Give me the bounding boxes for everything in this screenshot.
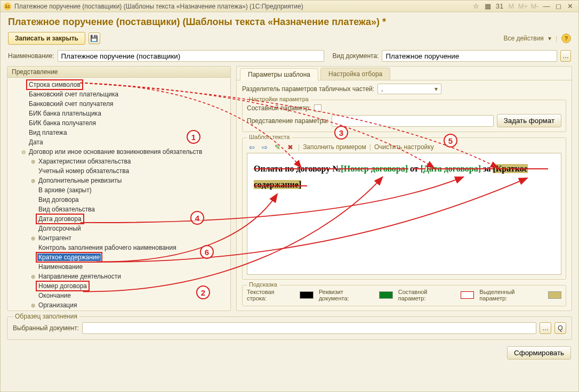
param-settings-legend: Настройки параметра (247, 96, 311, 102)
split-label: Разделитель параметров табличных частей: (242, 85, 374, 93)
tree-row[interactable]: БИК банка получателя (9, 118, 229, 128)
tree-item-label: Строка символов (28, 81, 82, 88)
tree-row[interactable]: Долгосрочный (9, 224, 229, 233)
format-button[interactable]: Задать формат (497, 114, 561, 127)
annotation-badge-4: 4 (190, 211, 204, 225)
form-button[interactable]: Сформировать (507, 346, 571, 360)
titlebar-star-icon[interactable]: ☆ (471, 2, 481, 11)
template-legend: Шаблон текста (247, 134, 292, 140)
swatch-tan (548, 291, 561, 299)
repr-input[interactable] (332, 115, 494, 127)
titlebar-mminus-icon[interactable]: M- (529, 2, 540, 11)
tree-item-label: Организация (37, 301, 78, 309)
tree-item-label: Контрагент (37, 234, 73, 242)
clear-settings-link[interactable]: Очистить настройку (374, 143, 434, 151)
hint-compound-label: Составной параметр: (398, 289, 455, 301)
titlebar: 1c Платежное поручение (поставщики) (Шаб… (1, 1, 578, 12)
annotation-badge-5: 5 (444, 134, 457, 148)
name-input[interactable] (58, 50, 324, 62)
expand-icon[interactable]: ⊕ (30, 159, 36, 165)
tree-row[interactable]: ⊕Характеристики обязательства (9, 157, 229, 166)
app-window: 1c Платежное поручение (поставщики) (Шаб… (0, 0, 579, 392)
annotation-badge-6: 6 (200, 245, 214, 259)
compound-checkbox[interactable] (314, 104, 321, 112)
name-row: Наименование: Вид документа: … (1, 49, 578, 66)
repr-label: Представление параметра: (247, 117, 328, 125)
tree-row[interactable]: ⊕Направление деятельности (9, 272, 229, 281)
compound-label: Составной параметр: (247, 104, 311, 112)
tree-item-label: Окончание (37, 292, 72, 299)
doc-type-input[interactable] (382, 50, 557, 62)
tree-item-label: Учетный номер обязательства (37, 167, 130, 175)
swatch-green (379, 291, 392, 299)
tree-row[interactable]: Краткое содержание (9, 252, 229, 262)
expand-icon[interactable]: ⊕ (30, 235, 36, 241)
main-split: Представление Строка символовБанковский … (1, 66, 578, 311)
close-icon[interactable]: ✕ (565, 2, 575, 11)
expand-icon[interactable]: ⊕ (30, 274, 36, 280)
expand-icon[interactable]: ⊕ (30, 303, 36, 308)
pencil-icon[interactable]: ✎ (272, 142, 282, 152)
tree-row[interactable]: ⊕Дополнительные реквизиты (9, 176, 229, 185)
chevron-down-icon[interactable]: ▾ (548, 35, 551, 42)
tree-item-label: Вид обязательства (37, 206, 96, 213)
tree-row[interactable]: Контроль заполнения рабочего наименовани… (9, 243, 229, 252)
tree-row[interactable]: БИК банка плательщика (9, 109, 229, 118)
sel-doc-search-button[interactable]: Q (554, 322, 566, 334)
tree-panel-title: Представление (7, 67, 230, 78)
doc-type-label: Вид документа: (333, 52, 379, 60)
param-settings-fieldset: Настройки параметра Составной параметр: … (242, 100, 566, 132)
tree-row[interactable]: ⊕Контрагент (9, 233, 229, 243)
tree-row[interactable]: Банковский счет плательщика (9, 89, 229, 99)
floppy-icon: 💾 (90, 35, 98, 42)
tree-item-label: Характеристики обязательства (37, 158, 132, 165)
expand-icon[interactable]: ⊖ (20, 149, 27, 155)
minimize-icon[interactable]: — (541, 2, 552, 11)
tree-row[interactable]: В архиве (закрыт) (9, 185, 229, 195)
tree-row[interactable]: Учетный номер обязательства (9, 166, 229, 176)
tmpl-param-summary-2[interactable]: содержание] (254, 180, 301, 189)
header: Платежное поручение (поставщики) (Шаблон… (1, 12, 578, 30)
tree-row[interactable]: Наименование (9, 262, 229, 272)
titlebar-m-icon[interactable]: M (506, 2, 517, 11)
template-fieldset: Шаблон текста ⇦ ⇨ ✎ ✖ | Заполнить пример… (242, 137, 566, 280)
tree-panel: Представление Строка символовБанковский … (7, 66, 231, 311)
delete-icon[interactable]: ✖ (285, 142, 295, 152)
hint-selected-label: Выделенный параметр: (479, 289, 542, 301)
tree-row[interactable]: Вид договора (9, 195, 229, 205)
arrow-right-icon[interactable]: ⇨ (260, 142, 269, 152)
arrow-left-icon[interactable]: ⇦ (247, 142, 256, 152)
template-panel: Параметры шаблона Настройка отбора Разде… (236, 66, 572, 311)
tree-item-label: Наименование (37, 263, 84, 271)
save-button[interactable]: 💾 (89, 32, 100, 44)
write-and-close-button[interactable]: Записать и закрыть (8, 32, 85, 45)
sel-doc-more-button[interactable]: … (540, 322, 551, 334)
hint-legend: Подсказка (247, 281, 279, 288)
help-icon[interactable]: ? (561, 34, 571, 43)
template-text-area[interactable]: Оплата по договору №[Номер договора] от … (247, 153, 561, 275)
titlebar-calendar-icon[interactable]: 31 (494, 2, 505, 11)
hint-text-label: Текстовая строка: (247, 289, 294, 301)
annotation-badge-3: 3 (334, 126, 348, 140)
tree-row[interactable]: Банковский счет получателя (9, 99, 229, 109)
tree-row[interactable]: ⊖Договор или иное основание возникновени… (9, 147, 229, 157)
tab-params[interactable]: Параметры шаблона (240, 68, 318, 80)
attribute-tree[interactable]: Строка символовБанковский счет плательщи… (7, 78, 230, 311)
maximize-icon[interactable]: ◻ (553, 2, 564, 11)
sel-doc-label: Выбранный документ: (13, 324, 79, 332)
titlebar-calc-icon[interactable]: ▦ (482, 2, 493, 11)
sel-doc-input[interactable] (82, 322, 536, 334)
doc-type-more-button[interactable]: … (560, 50, 571, 62)
sample-fieldset: Образец заполнения Выбранный документ: …… (7, 316, 572, 340)
tree-row[interactable]: ⊕Организация (9, 300, 229, 310)
swatch-frame (461, 291, 474, 299)
fill-example-link[interactable]: Заполнить примером (303, 143, 366, 151)
tree-row[interactable]: Строка символов (9, 80, 229, 89)
split-dropdown[interactable]: , ▾ (377, 84, 441, 94)
tree-item-label: Номер договора (37, 282, 88, 290)
titlebar-mplus-icon[interactable]: M+ (518, 2, 528, 11)
app-logo-icon: 1c (4, 3, 11, 10)
all-actions-link[interactable]: Все действия (503, 35, 543, 42)
tab-filter[interactable]: Настройка отбора (320, 68, 390, 80)
expand-icon[interactable]: ⊕ (30, 178, 36, 184)
